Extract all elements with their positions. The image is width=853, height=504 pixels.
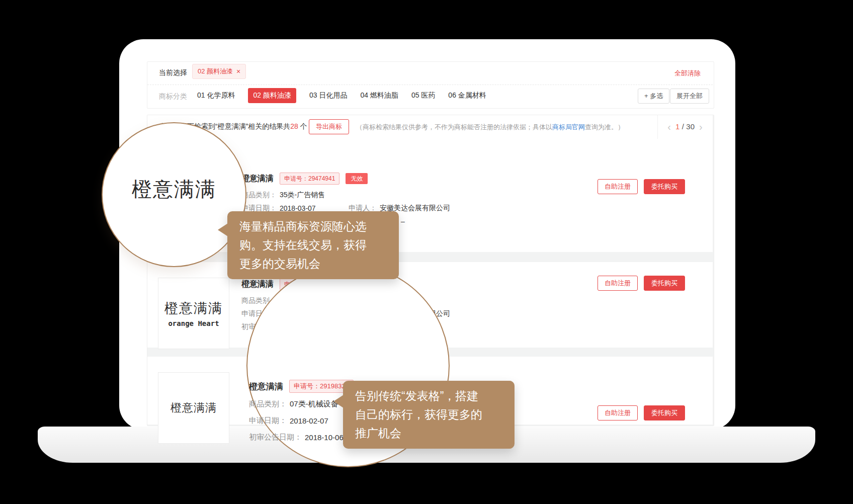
category-tab-01[interactable]: 01 化学原料 <box>197 91 235 100</box>
trademark-name: 橙意满满 <box>241 279 274 290</box>
callout-arrow-icon <box>333 395 344 408</box>
category-tab-02-selected[interactable]: 02 颜料油漆 <box>248 88 296 103</box>
results-count: 28 <box>290 122 298 130</box>
callout-marketplace: 海量精品商标资源随心选 购。支持在线交易，获得 更多的交易机会 <box>227 211 399 279</box>
current-page: 1 <box>675 122 679 131</box>
trademark-name: 橙意满满 <box>241 174 274 184</box>
chip-close-icon[interactable]: × <box>236 68 240 75</box>
application-number-badge: 申请号：29474941 <box>280 173 339 185</box>
entrust-buy-button[interactable]: 委托购买 <box>644 276 685 291</box>
self-register-button[interactable]: 自助注册 <box>598 405 638 421</box>
pagination: ‹ 1 / 30 › <box>657 115 713 139</box>
magnified-row-title: 橙意满满 申请号：29198321 <box>249 380 354 393</box>
result-row-title: 橙意满满 申请号：29474941 无效 <box>241 172 368 185</box>
entrust-buy-button[interactable]: 委托购买 <box>644 179 685 194</box>
trademark-image-tile: 橙意满满 <box>158 372 229 444</box>
self-register-button[interactable]: 自助注册 <box>598 179 638 194</box>
disclaimer-pre: （商标检索结果仅供参考，不作为商标能否注册的法律依据；具体以 <box>356 123 552 131</box>
trademark-image-tile: 橙意满满 orange Heart <box>158 278 229 349</box>
category-tab-03[interactable]: 03 日化用品 <box>309 91 347 100</box>
trademark-tile-text: 橙意满满 <box>170 400 217 415</box>
trademark-name: 橙意满满 <box>249 381 283 392</box>
callout-promotion: 告别传统“发表格”，搭建 自己的标行，获得更多的 推广机会 <box>343 381 515 449</box>
export-trademark-button[interactable]: 导出商标 <box>309 119 349 134</box>
category-tab-06[interactable]: 06 金属材料 <box>448 91 486 100</box>
selected-filter-chip[interactable]: 02 颜料油漆 × <box>192 64 246 79</box>
category-tabs: 01 化学原料 02 颜料油漆 03 日化用品 04 燃料油脂 05 医药 06… <box>197 88 486 104</box>
callout-arrow-icon <box>218 223 228 236</box>
magnifier-circle: 橙意满满 <box>102 122 246 267</box>
multi-select-button[interactable]: + 多选 <box>638 89 669 104</box>
next-page-icon[interactable]: › <box>699 122 703 132</box>
current-selection-label: 当前选择 <box>159 68 187 77</box>
category-tab-04[interactable]: 04 燃料油脂 <box>360 91 398 100</box>
disclaimer-post: 查询为准。） <box>585 123 624 131</box>
self-register-button[interactable]: 自助注册 <box>598 276 638 291</box>
trademark-tile-subtext: orange Heart <box>168 319 219 327</box>
magnified-trademark-text: 橙意满满 <box>132 176 216 203</box>
results-summary-suffix: 个 <box>298 122 307 130</box>
field-apply-date: 申请日期：2018-02-07 <box>249 415 328 426</box>
clear-all-link[interactable]: 全部清除 <box>674 69 701 78</box>
disclaimer: （商标检索结果仅供参考，不作为商标能否注册的法律依据；具体以商标局官网查询为准。… <box>356 123 624 132</box>
total-pages: 30 <box>686 122 695 131</box>
trademark-tile-text: 橙意满满 <box>164 299 223 317</box>
field-first-publication: 初审公告日期：2018-10-06 <box>249 432 344 442</box>
field-category: 商品类别：35类-广告销售 <box>241 190 325 200</box>
page: 当前选择 02 颜料油漆 × 全部清除 商标分类 01 化学原料 02 颜料油漆… <box>0 0 853 504</box>
field-category: 商品类别：07类-机械设备 <box>249 399 338 409</box>
expand-all-button[interactable]: 展开全部 <box>670 89 709 104</box>
category-label: 商标分类 <box>159 92 187 101</box>
status-badge-invalid: 无效 <box>346 173 368 184</box>
prev-page-icon[interactable]: ‹ <box>667 122 671 132</box>
entrust-buy-button[interactable]: 委托购买 <box>644 405 685 421</box>
trademark-office-link[interactable]: 商标局官网 <box>552 123 585 131</box>
selected-filter-chip-label: 02 颜料油漆 <box>198 67 233 76</box>
category-tab-05[interactable]: 05 医药 <box>411 91 435 100</box>
page-separator: / <box>682 122 684 131</box>
divider <box>147 85 713 85</box>
